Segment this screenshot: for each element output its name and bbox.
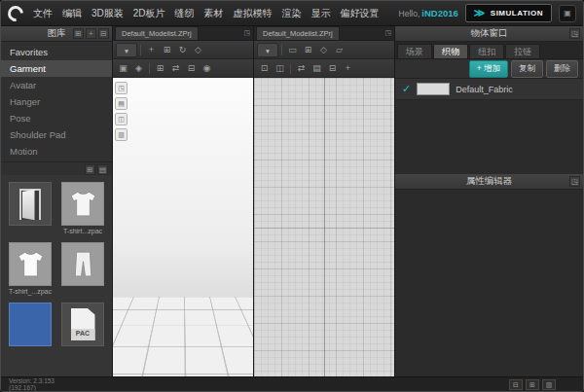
library-panel: 图库 ⊞ + ⊟ Favorites Garment Avatar Hanger… bbox=[1, 26, 113, 376]
simulation-button[interactable]: ≫ SIMULATION bbox=[465, 4, 552, 22]
add-item-icon[interactable]: + bbox=[86, 28, 96, 39]
popout-icon[interactable]: ◳ bbox=[384, 29, 391, 37]
version-info: Version: 2.3.153 (192.167) bbox=[9, 377, 55, 391]
add-fabric-button[interactable]: + 增加 bbox=[469, 60, 508, 78]
library-item-avatar[interactable]: Avatar bbox=[1, 77, 112, 93]
thumb-fabric[interactable] bbox=[7, 303, 54, 356]
tab-scene[interactable]: 场景 bbox=[397, 44, 432, 58]
library-item-favorites[interactable]: Favorites bbox=[1, 44, 112, 60]
tab-zipper[interactable]: 拉链 bbox=[505, 44, 540, 58]
layout-panel-icon[interactable]: ▥ bbox=[542, 379, 556, 390]
viewport-3d-canvas[interactable]: ◳ ▤ ◫ ▥ bbox=[113, 78, 253, 376]
viewport-2d-panel: Default_Modelist.ZPrj ◳ ▼ ▭ ⊞ ◇ ▱ ⊡ ◫ ⇄ … bbox=[254, 26, 395, 376]
menu-3d-garment[interactable]: 3D服装 bbox=[91, 5, 125, 22]
door-panel bbox=[22, 189, 35, 220]
mode-dropdown-icon[interactable]: ▼ bbox=[257, 43, 278, 57]
fabric-color-swatch bbox=[417, 83, 450, 95]
mode-dropdown-icon[interactable]: ▼ bbox=[116, 43, 137, 57]
thumb-folder-up[interactable] bbox=[7, 182, 54, 235]
popout-icon[interactable]: ◳ bbox=[569, 28, 580, 39]
library-category-list: Favorites Garment Avatar Hanger Pose Sho… bbox=[1, 42, 112, 161]
polygon-tool-icon[interactable]: ▱ bbox=[332, 43, 347, 57]
status-bar: Version: 2.3.153 (192.167) ⊟ ⊞ ▥ bbox=[1, 376, 583, 391]
menu-preferences[interactable]: 偏好设置 bbox=[340, 5, 381, 22]
document-icon: PAC bbox=[71, 308, 95, 340]
view-preset-icon-2[interactable]: ▤ bbox=[115, 97, 128, 110]
popout-icon[interactable]: ◳ bbox=[243, 29, 250, 37]
menu-edit[interactable]: 编辑 bbox=[61, 5, 83, 22]
library-title: 图库 bbox=[48, 27, 66, 40]
layout-split-icon[interactable]: ⊞ bbox=[526, 379, 539, 390]
thumb-tshirt-2[interactable]: T-shirt_...zpac bbox=[7, 242, 54, 296]
library-item-pose[interactable]: Pose bbox=[1, 110, 112, 126]
view-preset-icon-4[interactable]: ▥ bbox=[115, 128, 128, 141]
grid-view-icon[interactable]: ⊞ bbox=[73, 28, 84, 39]
menu-sewing[interactable]: 缝纫 bbox=[174, 5, 196, 22]
layout-single-icon[interactable]: ⊟ bbox=[509, 379, 523, 390]
thumb-pac-file[interactable]: PAC bbox=[59, 303, 106, 356]
popout-icon[interactable]: ◳ bbox=[569, 176, 580, 187]
delete-fabric-button[interactable]: 删除 bbox=[546, 60, 578, 78]
view-preset-icon-3[interactable]: ◫ bbox=[115, 113, 128, 125]
menu-file[interactable]: 文件 bbox=[32, 5, 54, 22]
collapse-icon[interactable]: ⊟ bbox=[98, 28, 109, 39]
texture-view-tool-icon[interactable]: ◈ bbox=[131, 61, 146, 76]
thumb-pants[interactable] bbox=[59, 242, 106, 296]
viewport-2d-canvas[interactable] bbox=[254, 78, 394, 376]
horizontal-axis-line bbox=[254, 228, 394, 229]
menu-2d-pattern[interactable]: 2D板片 bbox=[132, 5, 166, 22]
object-window-panel: 物体窗口 ◳ 场景 织物 纽扣 拉链 + 增加 复制 删除 ✓ Default_… bbox=[395, 26, 583, 376]
segment-sew-tool-icon[interactable]: ◫ bbox=[273, 61, 287, 76]
library-item-garment[interactable]: Garment bbox=[1, 60, 112, 77]
gizmo-tool-icon[interactable]: ◇ bbox=[191, 43, 205, 57]
pin-tool-icon[interactable]: + bbox=[144, 43, 159, 57]
add-point-tool-icon[interactable]: + bbox=[341, 61, 355, 76]
hide-pattern-tool-icon[interactable]: ⊟ bbox=[325, 61, 340, 76]
point-edit-tool-icon[interactable]: ◇ bbox=[316, 43, 331, 57]
simulation-label: SIMULATION bbox=[491, 9, 543, 18]
hide-tool-icon[interactable]: ⊟ bbox=[184, 61, 199, 76]
pants-icon bbox=[67, 248, 99, 280]
window-menu-button[interactable]: ▣ bbox=[559, 5, 576, 22]
version-number: Version: 2.3.153 bbox=[9, 377, 55, 384]
menu-material[interactable]: 素材 bbox=[203, 5, 225, 22]
thumb-label: T-shirt_...zpac bbox=[9, 288, 52, 296]
tab-fabric[interactable]: 织物 bbox=[433, 44, 468, 58]
select-box-tool-icon[interactable]: ⊞ bbox=[160, 43, 174, 57]
copy-fabric-button[interactable]: 复制 bbox=[511, 60, 543, 78]
list-view-icon[interactable]: ▤ bbox=[97, 164, 108, 175]
sync-tool-icon[interactable]: ⇄ bbox=[168, 61, 183, 76]
thumbnail-toolbar: ⊞ ▤ bbox=[1, 161, 112, 175]
pattern-tool-icon[interactable]: ▭ bbox=[285, 43, 300, 57]
menu-display[interactable]: 显示 bbox=[310, 5, 332, 22]
swap-tool-icon[interactable]: ⇄ bbox=[294, 61, 309, 76]
thumbnail-view-icon[interactable]: ⊞ bbox=[85, 164, 95, 175]
pac-label: PAC bbox=[71, 329, 95, 340]
fabric-swatch-tile bbox=[9, 303, 52, 346]
tab-2d-project[interactable]: Default_Modelist.ZPrj bbox=[256, 26, 340, 40]
fabric-name: Default_Fabric bbox=[456, 85, 513, 94]
texture-edit-tool-icon[interactable]: ▤ bbox=[310, 61, 324, 76]
viewport-3d-side-toolbar: ◳ ▤ ◫ ▥ bbox=[115, 82, 128, 141]
menu-render[interactable]: 渲染 bbox=[281, 5, 303, 22]
fabric-list-item[interactable]: ✓ Default_Fabric bbox=[395, 79, 583, 100]
property-editor-header: 属性编辑器 ◳ bbox=[395, 174, 583, 190]
sewing-tool-icon[interactable]: ⊡ bbox=[257, 61, 272, 76]
mesh-view-tool-icon[interactable]: ⊞ bbox=[153, 61, 167, 76]
object-window-title: 物体窗口 bbox=[471, 27, 508, 40]
view-preset-icon-1[interactable]: ◳ bbox=[115, 82, 128, 94]
rotate-view-tool-icon[interactable]: ↻ bbox=[175, 43, 190, 57]
library-item-motion[interactable]: Motion bbox=[1, 143, 112, 160]
library-item-hanger[interactable]: Hanger bbox=[1, 93, 112, 110]
show-garment-tool-icon[interactable]: ▣ bbox=[116, 61, 130, 76]
grid-tool-icon[interactable]: ⊞ bbox=[301, 43, 315, 57]
avatar-view-tool-icon[interactable]: ◉ bbox=[200, 61, 214, 76]
tab-3d-project[interactable]: Default_Modelist.ZPrj bbox=[115, 26, 199, 40]
viewport-3d-toolbar-row2: ▣ ◈ ⊞ ⇄ ⊟ ◉ bbox=[113, 59, 253, 78]
tab-button[interactable]: 纽扣 bbox=[469, 44, 504, 58]
thumb-tshirt-1[interactable]: T-shirt...zpac bbox=[59, 182, 106, 235]
menu-avatar[interactable]: 虚拟模特 bbox=[233, 5, 274, 22]
viewport-3d-toolbar-row1: ▼ + ⊞ ↻ ◇ bbox=[113, 41, 253, 59]
library-item-shoulder-pad[interactable]: Shoulder Pad bbox=[1, 126, 112, 143]
username[interactable]: iND2016 bbox=[421, 8, 458, 18]
